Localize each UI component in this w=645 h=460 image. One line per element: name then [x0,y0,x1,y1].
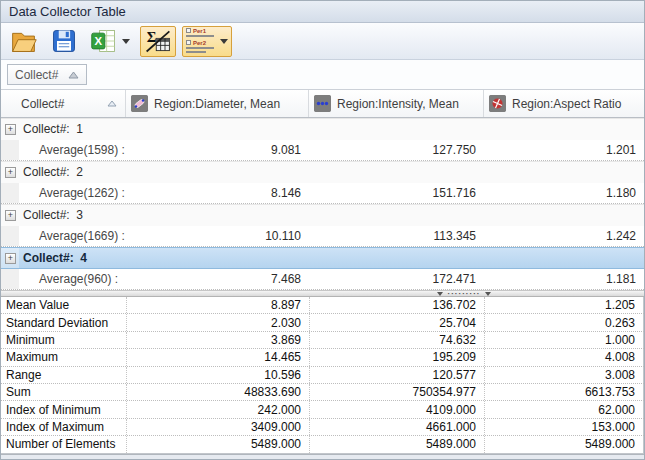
average-label: Average(1262) : [19,186,126,200]
per2-label: Per2 [193,40,206,46]
sort-ascending-icon [107,100,117,107]
intensity-mean-value: 127.750 [309,143,484,157]
stat-row-maximum: Maximum 14.465 195.209 4.008 [1,349,644,366]
aspect-ratio-value: 1.181 [484,272,644,286]
aspect-ratio-value: 1.180 [484,186,644,200]
stat-row-mean: Mean Value 8.897 136.702 1.205 [1,297,644,314]
group-by-collect-button[interactable]: Collect# [7,64,87,85]
column-header-row: Collect# Region:Diameter, Mean [1,90,644,118]
group-label: Collect#: 4 [19,251,87,265]
average-row-collect-2[interactable]: Average(1262) : 8.146 151.716 1.180 [1,183,644,205]
group-row-collect-1[interactable]: + Collect#: 1 [1,118,644,140]
export-excel-button[interactable]: X [88,25,132,57]
per-collect-toggle-button[interactable]: Per1 Per2 [182,26,232,57]
data-collector-table-window: Data Collector Table [0,0,645,460]
per1-checkbox-icon [186,28,191,33]
expand-icon[interactable]: + [5,124,16,135]
column-header-collect[interactable]: Collect# [1,90,126,117]
svg-text:Σ: Σ [147,29,157,45]
stat-row-minimum: Minimum 3.869 74.632 1.000 [1,332,644,349]
stat-row-std-dev: Standard Deviation 2.030 25.704 0.263 [1,314,644,331]
aspect-ratio-icon [489,95,506,112]
open-folder-icon [9,27,38,56]
grid-summary-splitter[interactable]: ········· [1,290,644,297]
average-row-collect-4[interactable]: Average(960) : 7.468 172.471 1.181 [1,269,644,291]
diameter-mean-value: 10.110 [126,229,309,243]
statistics-summary-table: Mean Value 8.897 136.702 1.205 Standard … [1,297,644,455]
group-by-panel: Collect# [1,60,644,90]
column-header-diameter[interactable]: Region:Diameter, Mean [126,90,309,117]
expand-icon[interactable]: + [5,167,16,178]
per-dropdown-arrow-icon[interactable] [220,39,228,44]
sort-ascending-icon [68,71,79,79]
window-title: Data Collector Table [9,4,126,19]
per2-checkbox-icon [186,40,191,45]
statistics-toggle-button[interactable]: Σ [140,26,176,57]
group-by-field-label: Collect# [15,68,58,82]
expand-icon[interactable]: + [5,210,16,221]
column-header-intensity[interactable]: Region:Intensity, Mean [309,90,484,117]
column-header-aspect-ratio[interactable]: Region:Aspect Ratio [484,90,644,117]
toolbar: X Σ Per1 [1,23,644,60]
list-line-icon [186,51,206,53]
save-button[interactable] [48,25,80,57]
stat-row-sum: Sum 48833.690 750354.977 6613.753 [1,384,644,401]
average-label: Average(1669) : [19,229,126,243]
diameter-mean-value: 7.468 [126,272,309,286]
stat-row-number-of-elements: Number of Elements 5489.000 5489.000 548… [1,436,644,453]
aspect-ratio-value: 1.242 [484,229,644,243]
excel-dropdown-arrow-icon[interactable] [122,39,130,44]
splitter-handle-icon[interactable]: ········· [431,291,497,296]
expand-icon[interactable]: + [5,253,16,264]
list-line-icon [186,35,214,37]
aspect-ratio-value: 1.201 [484,143,644,157]
diameter-mean-value: 9.081 [126,143,309,157]
svg-text:X: X [95,35,103,47]
save-disk-icon [50,27,78,55]
average-label: Average(1598) : [19,143,126,157]
list-line-icon [186,47,214,49]
data-grid: + Collect#: 1 Average(1598) : 9.081 127.… [1,118,644,290]
stat-row-index-of-maximum: Index of Maximum 3409.000 4661.000 153.0… [1,419,644,436]
stat-row-index-of-minimum: Index of Minimum 242.000 4109.000 62.000 [1,401,644,418]
per-collect-list-icon: Per1 Per2 [186,27,216,55]
average-label: Average(960) : [19,272,126,286]
sigma-table-icon: Σ [144,27,172,55]
intensity-mean-value: 151.716 [309,186,484,200]
intensity-mean-value: 113.345 [309,229,484,243]
title-bar: Data Collector Table [1,1,644,23]
group-label: Collect#: 1 [19,122,83,136]
excel-icon: X [90,27,118,55]
group-row-collect-2[interactable]: + Collect#: 2 [1,161,644,183]
group-row-collect-3[interactable]: + Collect#: 3 [1,204,644,226]
group-label: Collect#: 2 [19,165,83,179]
intensity-icon [314,95,331,112]
group-label: Collect#: 3 [19,208,83,222]
stat-row-range: Range 10.596 120.577 3.008 [1,367,644,384]
average-row-collect-3[interactable]: Average(1669) : 10.110 113.345 1.242 [1,226,644,248]
average-row-collect-1[interactable]: Average(1598) : 9.081 127.750 1.201 [1,140,644,162]
diameter-mean-value: 8.146 [126,186,309,200]
per1-label: Per1 [193,28,206,34]
intensity-mean-value: 172.471 [309,272,484,286]
diameter-icon [131,95,148,112]
open-button[interactable] [7,25,40,58]
group-row-collect-4-selected[interactable]: + Collect#: 4 [1,247,644,269]
